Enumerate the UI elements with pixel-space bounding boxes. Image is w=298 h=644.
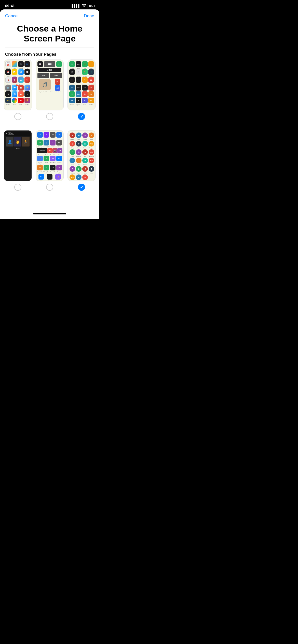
page-thumb-3[interactable]: S n·w 🌿 ~ Sheets Mob <box>67 60 96 110</box>
page-item-3[interactable]: S n·w 🌿 ~ Sheets Mob <box>67 60 96 120</box>
page-selector-3[interactable] <box>78 113 85 120</box>
page-title: Choose a Home Screen Page <box>8 24 92 43</box>
done-button[interactable]: Done <box>84 13 94 19</box>
time: 09:41 <box>5 4 15 8</box>
page-thumb-2[interactable]: 📈 ████ ⚡ 78% <box>36 60 64 110</box>
nav-bar: Cancel Done <box>0 9 99 21</box>
page-selector-5[interactable] <box>46 184 53 191</box>
page-thumb-5[interactable]: S F Jnk C Scriptable <box>36 130 64 181</box>
page-selector-6[interactable] <box>78 184 85 191</box>
home-bar <box>33 213 66 214</box>
wifi-icon <box>82 4 86 8</box>
page-item-5[interactable]: S F Jnk C Scriptable <box>35 130 64 191</box>
status-icons: ▌▌▌▌ 100 <box>72 4 94 8</box>
status-bar: 09:41 ▌▌▌▌ 100 <box>0 0 99 9</box>
page-thumb-4[interactable]: # #TikTok Trending now ♪ 👤 👩 🏃 <box>4 130 32 181</box>
cancel-button[interactable]: Cancel <box>5 13 19 19</box>
page-selector-1[interactable] <box>14 113 21 120</box>
page-thumb-6[interactable]: R M P S Rebecca Mimo Purple Sandi C P Ca… <box>67 130 96 181</box>
section-label: Choose from Your Pages <box>0 48 99 60</box>
page-selector-2[interactable] <box>46 113 53 120</box>
battery-icon: 100 <box>88 4 94 8</box>
page-item-1[interactable]: THU 15 📷 TV Calendar P <box>3 60 32 120</box>
page-item-4[interactable]: # #TikTok Trending now ♪ 👤 👩 🏃 <box>3 130 32 191</box>
title-section: Choose a Home Screen Page <box>0 21 99 48</box>
lower-pages-grid: # #TikTok Trending now ♪ 👤 👩 🏃 <box>0 125 99 193</box>
home-indicator <box>0 209 99 219</box>
page-thumb-1[interactable]: THU 15 📷 TV Calendar P <box>4 60 32 110</box>
sheet: Cancel Done Choose a Home Screen Page Ch… <box>0 9 99 219</box>
page-item-6[interactable]: R M P S Rebecca Mimo Purple Sandi C P Ca… <box>67 130 96 191</box>
page-item-2[interactable]: 📈 ████ ⚡ 78% <box>35 60 64 120</box>
page-selector-4[interactable] <box>14 184 21 191</box>
top-pages-grid: THU 15 📷 TV Calendar P <box>0 60 99 120</box>
signal-icon: ▌▌▌▌ <box>72 4 80 8</box>
